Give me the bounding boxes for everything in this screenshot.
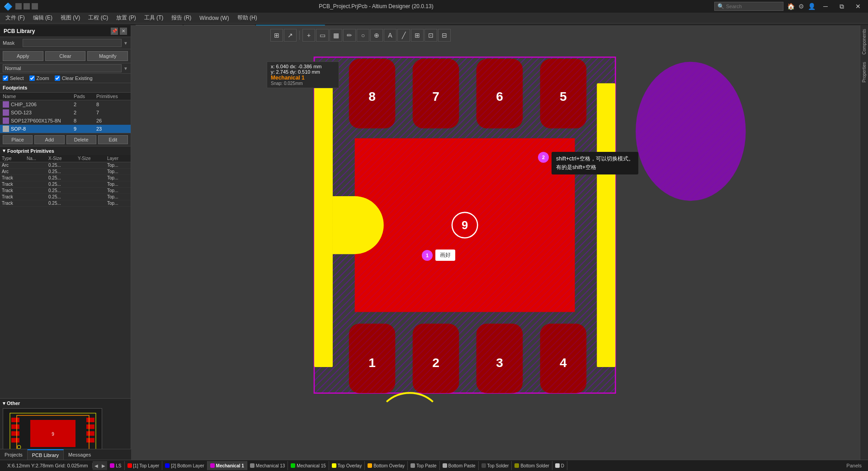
layer-tab-mech1[interactable]: Mechanical 1 — [208, 461, 247, 470]
menu-help[interactable]: 帮助 (H) — [234, 13, 261, 23]
prim-row-5[interactable]: Track 0.25... Top... — [0, 194, 131, 200]
prim-row-4[interactable]: Track 0.25... Top... — [0, 188, 131, 194]
fp-pads-sod123: 2 — [74, 110, 96, 115]
active-layer-name: Mechanical 1 — [271, 75, 335, 81]
menu-project[interactable]: 工程 (C) — [85, 13, 112, 23]
minimize-button[interactable]: ─ — [819, 2, 832, 11]
canvas-area[interactable]: x: 6.040 dx: -0.386 mm y: 2.745 dy: 0.51… — [131, 25, 868, 460]
layer-tab-mech15[interactable]: Mechanical 15 — [288, 461, 329, 470]
rect-btn[interactable]: ▭ — [316, 29, 329, 42]
fp-name-sop8: SOP-8 — [3, 126, 74, 132]
prim-row-6[interactable]: Track 0.25... Top... — [0, 200, 131, 207]
layer-tab-botpaste[interactable]: Bottom Paste — [440, 461, 479, 470]
delete-button[interactable]: Delete — [66, 135, 96, 144]
sidebar-properties[interactable]: Properties — [861, 59, 868, 85]
layer-tab-toppaste[interactable]: Top Paste — [408, 461, 439, 470]
edit-button[interactable]: Edit — [98, 135, 128, 144]
layer-tab-topsolder[interactable]: Top Solder — [479, 461, 512, 470]
fp-row-sop127[interactable]: SOP127P600X175-8N 8 26 — [0, 117, 131, 125]
frame-out-btn[interactable]: ⊟ — [438, 29, 451, 42]
prim-row-3[interactable]: Track 0.25... Top... — [0, 181, 131, 188]
layer-tab-d[interactable]: D — [552, 461, 567, 470]
circle-btn[interactable]: ○ — [357, 29, 369, 42]
tooltip-2-number: 2 — [538, 152, 549, 163]
grid-btn[interactable]: ⊞ — [411, 29, 424, 42]
svg-rect-10 — [86, 438, 94, 443]
home-icon[interactable]: 🏠 — [787, 3, 795, 10]
frame-in-btn[interactable]: ⊡ — [425, 29, 437, 42]
chart-btn[interactable]: ▦ — [330, 29, 342, 42]
mask-select[interactable] — [23, 39, 122, 47]
panels-button[interactable]: Panels — [843, 463, 865, 468]
menu-reports[interactable]: 报告 (R) — [168, 13, 195, 23]
place-button[interactable]: Place — [3, 135, 33, 144]
fp-row-sop8[interactable]: SOP-8 9 23 — [0, 125, 131, 133]
clear-existing-checkbox-item[interactable]: Clear Existing — [55, 75, 93, 81]
layer-label-botpaste: Bottom Paste — [448, 463, 476, 468]
filter-btn[interactable]: ⊞ — [270, 29, 283, 42]
layer-nav-prev[interactable]: ◀ — [93, 461, 100, 470]
fp-row-chip1206[interactable]: CHIP_1206 2 8 — [0, 100, 131, 108]
menu-window[interactable]: Window (W) — [196, 14, 232, 22]
user-icon[interactable]: 👤 — [808, 3, 816, 10]
menu-file[interactable]: 文件 (F) — [2, 13, 28, 23]
arrow-btn[interactable]: ↗ — [284, 29, 297, 42]
tab-messages[interactable]: Messages — [64, 449, 95, 460]
select-checkbox-item[interactable]: Select — [3, 75, 24, 81]
other-header[interactable]: ▾ Other — [3, 400, 128, 406]
select-checkbox[interactable] — [3, 75, 8, 81]
prim-row-1[interactable]: Arc 0.25... Top... — [0, 169, 131, 175]
normal-row: Normal Full Mask ▼ — [0, 63, 131, 74]
clear-button[interactable]: Clear — [45, 51, 86, 61]
pin-btn[interactable]: ⊕ — [370, 29, 383, 42]
menu-edit[interactable]: 编辑 (E) — [29, 13, 56, 23]
svg-rect-8 — [86, 424, 94, 429]
tab-projects[interactable]: Projects — [0, 449, 28, 460]
search-input[interactable] — [726, 4, 780, 9]
layer-tab-botsolder[interactable]: Bottom Solder — [512, 461, 552, 470]
coord-y: y: 2.745 — [271, 69, 288, 75]
tab-pcblibrary[interactable]: PCB Library — [28, 449, 64, 460]
fp-action-buttons: Place Add Delete Edit — [0, 133, 131, 146]
layer-tab-top[interactable]: [1] Top Layer — [125, 461, 163, 470]
menu-tools[interactable]: 工具 (T) — [141, 13, 167, 23]
menu-view[interactable]: 视图 (V) — [57, 13, 84, 23]
other-title: Other — [7, 400, 20, 406]
layer-nav-next[interactable]: ▶ — [100, 461, 107, 470]
primitives-title: Footprint Primitives — [7, 148, 54, 154]
panel-close-button[interactable]: ✕ — [120, 28, 127, 35]
menu-place[interactable]: 放置 (P) — [113, 13, 139, 23]
add-button[interactable]: Add — [34, 135, 64, 144]
fp-row-sod123[interactable]: SOD-123 2 7 — [0, 108, 131, 117]
search-box[interactable]: 🔍 — [714, 2, 783, 11]
layer-tab-mech13[interactable]: Mechanical 13 — [247, 461, 288, 470]
settings-icon[interactable]: ⚙ — [798, 3, 804, 10]
add-btn[interactable]: + — [302, 29, 315, 42]
zoom-checkbox-item[interactable]: Zoom — [29, 75, 49, 81]
text-btn[interactable]: A — [384, 29, 396, 42]
layer-tab-bottom[interactable]: [2] Bottom Layer — [162, 461, 207, 470]
restore-button[interactable]: ⧉ — [835, 2, 848, 11]
pcb-drawing[interactable]: 8 7 6 5 1 2 3 4 9 — [131, 25, 868, 460]
magnify-button[interactable]: Magnify — [87, 51, 128, 61]
zoom-checkbox[interactable] — [29, 75, 35, 81]
mask-row: Mask ▼ — [0, 37, 131, 49]
apply-button[interactable]: Apply — [3, 51, 43, 61]
brush-btn[interactable]: ✏ — [343, 29, 356, 42]
layer-tab-topoverlay[interactable]: Top Overlay — [329, 461, 365, 470]
line-btn[interactable]: ╱ — [397, 29, 410, 42]
prim-row-0[interactable]: Arc 0.25... Top... — [0, 162, 131, 169]
fp-col-pads: Pads — [74, 94, 96, 99]
close-button[interactable]: ✕ — [852, 2, 864, 11]
tooltip-bubble-2: 2 shift+ctrl+空格，可以切换模式。 有的是shift+空格 — [538, 152, 638, 174]
snap-value: Snap: 0.025mm — [271, 81, 335, 86]
panel-pin-button[interactable]: 📌 — [111, 28, 118, 35]
layer-dot-mech15 — [291, 463, 295, 468]
layer-tab-ls[interactable]: LS — [107, 461, 124, 470]
tooltip-2-text: shift+ctrl+空格，可以切换模式。 有的是shift+空格 — [552, 152, 638, 174]
layer-tab-botoverlay[interactable]: Bottom Overlay — [365, 461, 408, 470]
normal-select[interactable]: Normal Full Mask — [3, 64, 122, 72]
clear-existing-checkbox[interactable] — [55, 75, 60, 81]
primitives-header[interactable]: ▾ Footprint Primitives — [0, 146, 131, 155]
prim-row-2[interactable]: Track 0.25... Top... — [0, 175, 131, 181]
